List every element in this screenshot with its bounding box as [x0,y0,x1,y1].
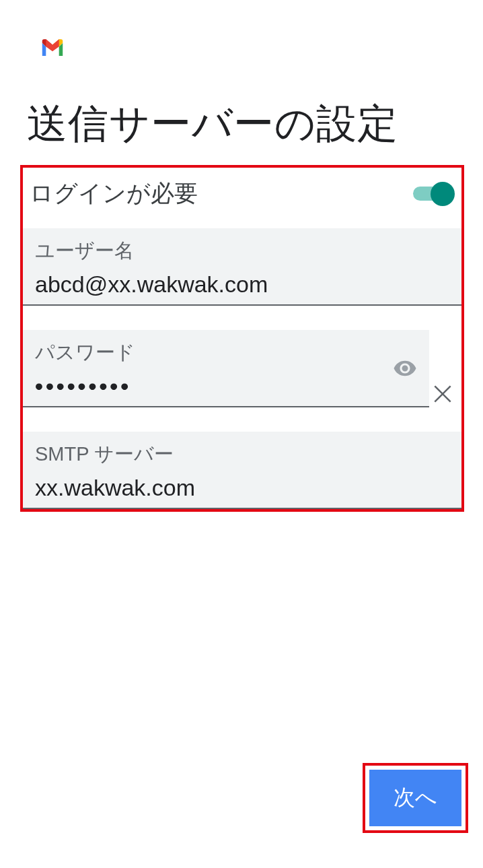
login-required-label: ログインが必要 [30,178,198,209]
gmail-logo-icon [40,39,65,58]
smtp-server-input[interactable] [35,475,449,501]
clear-password-icon[interactable] [429,380,456,407]
username-label: ユーザー名 [35,238,449,265]
next-button-highlight: 次へ [363,763,468,833]
username-field-group: ユーザー名 [23,228,461,306]
page-title: 送信サーバーの設定 [27,97,398,152]
password-input[interactable]: ••••••••• [35,373,417,399]
form-container: ログインが必要 ユーザー名 パスワード ••••••••• SMTP [20,165,464,512]
login-required-row: ログインが必要 [23,168,461,228]
password-label: パスワード [35,339,417,366]
toggle-thumb [431,182,455,206]
password-field-group: パスワード ••••••••• [23,330,429,407]
login-required-toggle[interactable] [413,182,455,206]
next-button[interactable]: 次へ [369,770,461,826]
username-input[interactable] [35,271,449,298]
smtp-server-label: SMTP サーバー [35,441,449,468]
smtp-server-field-group: SMTP サーバー [23,432,461,509]
show-password-icon[interactable] [393,356,417,380]
